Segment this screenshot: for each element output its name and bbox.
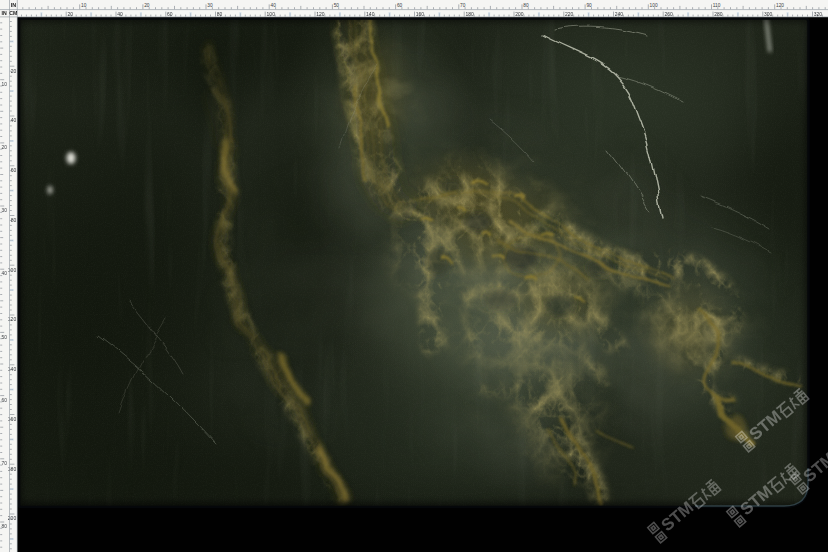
svg-text:50: 50: [2, 335, 8, 340]
svg-text:CM: CM: [9, 10, 17, 16]
svg-text:40: 40: [11, 117, 17, 123]
svg-text:260: 260: [665, 11, 674, 17]
svg-text:30: 30: [2, 208, 8, 213]
svg-text:300: 300: [764, 11, 773, 17]
svg-text:80: 80: [217, 11, 223, 17]
svg-text:320: 320: [814, 11, 823, 17]
svg-text:160: 160: [8, 416, 17, 422]
svg-text:20: 20: [11, 68, 17, 74]
svg-text:20: 20: [68, 11, 74, 17]
svg-text:IN: IN: [2, 10, 7, 16]
svg-text:200: 200: [515, 11, 524, 17]
svg-text:50: 50: [334, 3, 340, 8]
svg-text:180: 180: [466, 11, 475, 17]
svg-text:120: 120: [776, 3, 784, 8]
svg-text:100: 100: [650, 3, 658, 8]
svg-text:40: 40: [271, 3, 277, 8]
svg-text:100: 100: [267, 11, 276, 17]
svg-text:120: 120: [8, 316, 17, 322]
svg-text:30: 30: [207, 3, 213, 8]
svg-text:60: 60: [11, 167, 17, 173]
svg-text:70: 70: [2, 461, 8, 466]
svg-text:280: 280: [714, 11, 723, 17]
svg-text:100: 100: [8, 267, 17, 273]
svg-text:20: 20: [2, 145, 8, 150]
svg-text:80: 80: [11, 217, 17, 223]
svg-text:80: 80: [523, 3, 529, 8]
svg-text:40: 40: [2, 271, 8, 276]
svg-text:110: 110: [713, 3, 721, 8]
svg-text:70: 70: [460, 3, 466, 8]
svg-text:60: 60: [2, 398, 8, 403]
svg-text:10: 10: [2, 82, 8, 87]
svg-text:20: 20: [144, 3, 150, 8]
svg-text:240: 240: [615, 11, 624, 17]
svg-text:90: 90: [586, 3, 592, 8]
svg-text:140: 140: [8, 366, 17, 372]
svg-text:140: 140: [366, 11, 375, 17]
svg-text:IN: IN: [11, 2, 16, 8]
svg-text:180: 180: [8, 466, 17, 472]
svg-text:10: 10: [81, 3, 87, 8]
svg-text:80: 80: [2, 524, 8, 529]
svg-text:60: 60: [167, 11, 173, 17]
svg-text:200: 200: [8, 515, 17, 521]
svg-text:60: 60: [397, 3, 403, 8]
svg-text:120: 120: [316, 11, 325, 17]
svg-text:160: 160: [416, 11, 425, 17]
svg-text:220: 220: [565, 11, 574, 17]
svg-text:40: 40: [117, 11, 123, 17]
